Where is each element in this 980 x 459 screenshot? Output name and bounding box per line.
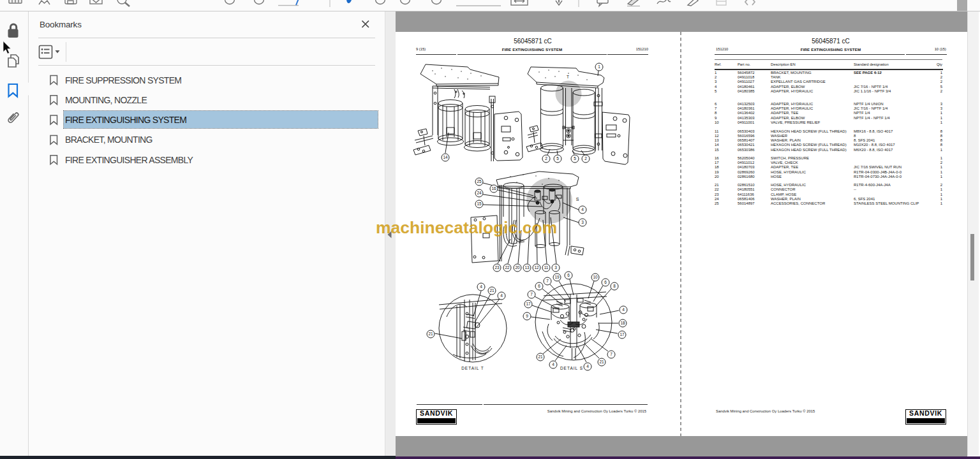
svg-text:20: 20 (515, 265, 520, 270)
svg-text:4: 4 (622, 307, 625, 312)
svg-text:3: 3 (554, 265, 557, 270)
svg-text:18: 18 (620, 321, 625, 325)
svg-text:4: 4 (586, 364, 589, 368)
svg-text:21: 21 (599, 360, 604, 364)
svg-text:1: 1 (598, 64, 600, 69)
svg-text:2: 2 (584, 156, 587, 161)
svg-text:6: 6 (604, 280, 607, 284)
svg-text:15: 15 (477, 201, 482, 206)
svg-text:3: 3 (581, 220, 584, 224)
svg-text:2: 2 (545, 156, 547, 161)
svg-text:DETAIL T: DETAIL T (461, 366, 484, 370)
svg-text:4: 4 (552, 362, 554, 367)
svg-text:7: 7 (546, 279, 549, 283)
svg-text:17: 17 (620, 332, 625, 337)
svg-text:5: 5 (556, 156, 559, 161)
svg-text:17: 17 (526, 302, 531, 306)
svg-text:10: 10 (593, 275, 598, 279)
svg-text:S: S (576, 197, 579, 201)
svg-text:4: 4 (500, 293, 503, 298)
svg-text:14: 14 (443, 155, 448, 159)
svg-text:19: 19 (554, 275, 560, 279)
svg-text:4: 4 (581, 207, 584, 212)
svg-text:9: 9 (526, 314, 528, 318)
svg-text:DETAIL S: DETAIL S (560, 366, 583, 370)
svg-text:22: 22 (505, 265, 510, 270)
svg-text:7: 7 (610, 352, 612, 356)
svg-text:16: 16 (491, 186, 496, 191)
svg-text:5: 5 (574, 156, 576, 161)
svg-text:21: 21 (489, 288, 494, 293)
svg-text:13: 13 (524, 265, 530, 270)
svg-text:24: 24 (477, 191, 482, 195)
svg-text:21: 21 (428, 332, 433, 336)
svg-text:7: 7 (530, 292, 533, 296)
svg-text:23: 23 (494, 265, 500, 270)
svg-text:T: T (567, 75, 569, 79)
svg-text:21: 21 (538, 354, 543, 359)
svg-text:6: 6 (567, 273, 570, 277)
svg-text:25: 25 (477, 179, 482, 184)
svg-text:11: 11 (544, 265, 549, 270)
svg-text:12: 12 (534, 265, 539, 270)
svg-text:6: 6 (538, 284, 540, 288)
svg-text:8: 8 (613, 284, 616, 288)
svg-text:4: 4 (480, 284, 482, 289)
